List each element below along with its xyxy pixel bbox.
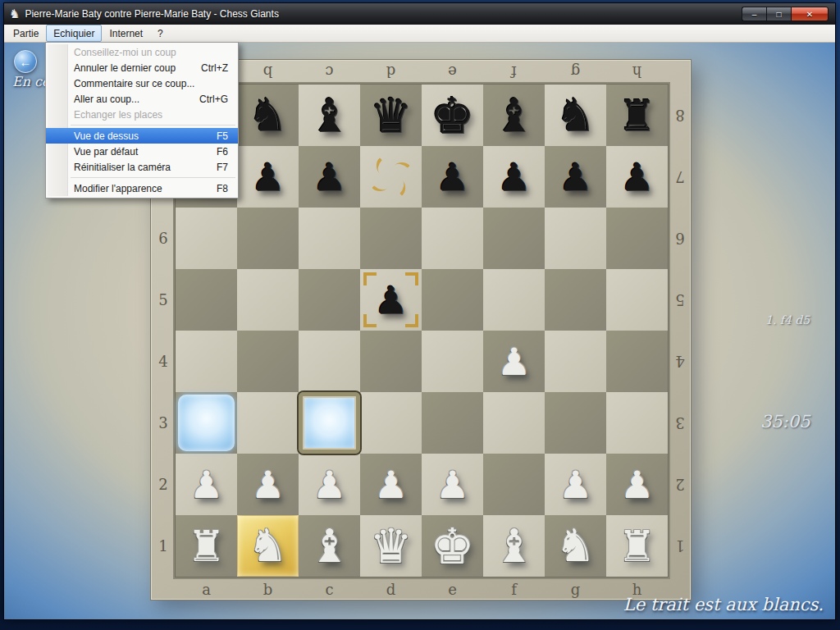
square-f8[interactable]: ♝ xyxy=(483,84,545,146)
square-c5[interactable] xyxy=(299,269,360,331)
square-g6[interactable] xyxy=(545,208,606,269)
square-f7[interactable]: ♟ xyxy=(483,146,545,208)
square-b2[interactable]: ♟ xyxy=(237,454,299,515)
square-b6[interactable] xyxy=(237,208,299,269)
square-a6[interactable] xyxy=(176,208,237,269)
piece-black-pawn-c7[interactable]: ♟ xyxy=(299,146,360,208)
menu-internet[interactable]: Internet xyxy=(102,25,150,42)
piece-black-pawn-g7[interactable]: ♟ xyxy=(545,146,606,208)
square-g5[interactable] xyxy=(545,269,606,331)
square-h6[interactable] xyxy=(606,208,668,269)
piece-white-pawn-c2[interactable]: ♟ xyxy=(299,454,360,515)
square-e6[interactable] xyxy=(422,208,483,269)
square-a2[interactable]: ♟ xyxy=(176,454,237,515)
square-h1[interactable]: ♜ xyxy=(606,515,668,577)
square-h8[interactable]: ♜ xyxy=(606,84,668,146)
square-e2[interactable]: ♟ xyxy=(422,454,483,515)
piece-white-pawn-b2[interactable]: ♟ xyxy=(237,454,299,515)
square-h3[interactable] xyxy=(606,392,668,454)
piece-white-knight-g1[interactable]: ♞ xyxy=(545,515,606,577)
piece-white-pawn-a2[interactable]: ♟ xyxy=(176,454,237,515)
square-b3[interactable] xyxy=(237,392,299,454)
piece-white-bishop-c1[interactable]: ♝ xyxy=(299,515,360,577)
square-c3[interactable] xyxy=(299,392,360,454)
menu-partie[interactable]: Partie xyxy=(6,25,46,42)
square-b8[interactable]: ♞ xyxy=(237,84,299,146)
menu-item-modifier-apparence[interactable]: Modifier l'apparenceF8 xyxy=(46,180,238,196)
piece-black-pawn-d5[interactable]: ♟ xyxy=(360,269,422,331)
square-f5[interactable] xyxy=(483,269,545,331)
square-a1[interactable]: ♜ xyxy=(176,515,237,577)
square-c4[interactable] xyxy=(299,331,360,392)
piece-black-bishop-c8[interactable]: ♝ xyxy=(299,84,360,146)
menu-item-reinitialiser-la-camera[interactable]: Réinitialiser la caméraF7 xyxy=(46,159,238,175)
square-h7[interactable]: ♟ xyxy=(606,146,668,208)
piece-black-queen-d8[interactable]: ♛ xyxy=(360,84,422,146)
square-f1[interactable]: ♝ xyxy=(483,515,545,577)
square-e8[interactable]: ♚ xyxy=(422,84,483,146)
square-h2[interactable]: ♟ xyxy=(606,454,668,515)
square-b1[interactable]: ♞ xyxy=(237,515,299,577)
piece-black-rook-h8[interactable]: ♜ xyxy=(606,84,668,146)
square-g7[interactable]: ♟ xyxy=(545,146,606,208)
piece-white-pawn-h2[interactable]: ♟ xyxy=(606,454,668,515)
square-d7[interactable] xyxy=(360,146,422,208)
piece-black-king-e8[interactable]: ♚ xyxy=(422,84,483,146)
square-h4[interactable] xyxy=(606,331,668,392)
piece-white-bishop-f1[interactable]: ♝ xyxy=(483,515,545,577)
piece-white-pawn-e2[interactable]: ♟ xyxy=(422,454,483,515)
square-g8[interactable]: ♞ xyxy=(545,84,606,146)
square-c8[interactable]: ♝ xyxy=(299,84,360,146)
piece-black-pawn-e7[interactable]: ♟ xyxy=(422,146,483,208)
square-c1[interactable]: ♝ xyxy=(299,515,360,577)
piece-white-king-e1[interactable]: ♚ xyxy=(422,515,483,577)
square-e4[interactable] xyxy=(422,331,483,392)
square-e5[interactable] xyxy=(422,269,483,331)
square-d4[interactable] xyxy=(360,331,422,392)
piece-white-pawn-d2[interactable]: ♟ xyxy=(360,454,422,515)
menu-item-commentaire-sur-ce-coup[interactable]: Commentaire sur ce coup... xyxy=(46,75,238,91)
menu-item-vue-par-defaut[interactable]: Vue par défautF6 xyxy=(46,144,238,159)
square-d2[interactable]: ♟ xyxy=(360,454,422,515)
square-g1[interactable]: ♞ xyxy=(545,515,606,577)
piece-black-pawn-b7[interactable]: ♟ xyxy=(237,146,299,208)
close-button[interactable]: ✕ xyxy=(791,7,829,21)
square-b7[interactable]: ♟ xyxy=(237,146,299,208)
square-d1[interactable]: ♛ xyxy=(360,515,422,577)
square-e7[interactable]: ♟ xyxy=(422,146,483,208)
piece-white-rook-h1[interactable]: ♜ xyxy=(606,515,668,577)
square-f4[interactable]: ♟ xyxy=(483,331,545,392)
piece-black-knight-b8[interactable]: ♞ xyxy=(237,84,299,146)
square-g2[interactable]: ♟ xyxy=(545,454,606,515)
piece-white-queen-d1[interactable]: ♛ xyxy=(360,515,422,577)
square-c6[interactable] xyxy=(299,208,360,269)
minimize-button[interactable]: – xyxy=(742,7,766,21)
square-g3[interactable] xyxy=(545,392,606,454)
square-d3[interactable] xyxy=(360,392,422,454)
square-a5[interactable] xyxy=(176,269,237,331)
menu-item-annuler-dernier-coup[interactable]: Annuler le dernier coupCtrl+Z xyxy=(46,60,238,75)
square-c2[interactable]: ♟ xyxy=(299,454,360,515)
piece-black-pawn-h7[interactable]: ♟ xyxy=(606,146,668,208)
square-c7[interactable]: ♟ xyxy=(299,146,360,208)
piece-white-pawn-g2[interactable]: ♟ xyxy=(545,454,606,515)
square-f2[interactable] xyxy=(483,454,545,515)
square-d6[interactable] xyxy=(360,208,422,269)
square-e3[interactable] xyxy=(422,392,483,454)
menu-echiquier[interactable]: Echiquier xyxy=(46,25,102,42)
square-g4[interactable] xyxy=(545,331,606,392)
menu-item-vue-de-dessus[interactable]: Vue de dessusF5 xyxy=(46,128,238,144)
square-a4[interactable] xyxy=(176,331,237,392)
back-button[interactable]: ← xyxy=(14,50,37,73)
piece-black-bishop-f8[interactable]: ♝ xyxy=(483,84,545,146)
square-h5[interactable] xyxy=(606,269,668,331)
menu-aide[interactable]: ? xyxy=(150,25,171,42)
piece-white-pawn-f4[interactable]: ♟ xyxy=(483,331,545,392)
square-d8[interactable]: ♛ xyxy=(360,84,422,146)
piece-black-knight-g8[interactable]: ♞ xyxy=(545,84,606,146)
square-b5[interactable] xyxy=(237,269,299,331)
piece-black-pawn-f7[interactable]: ♟ xyxy=(483,146,545,208)
square-f6[interactable] xyxy=(483,208,545,269)
maximize-button[interactable]: □ xyxy=(766,7,791,21)
square-d5[interactable]: ♟ xyxy=(360,269,422,331)
